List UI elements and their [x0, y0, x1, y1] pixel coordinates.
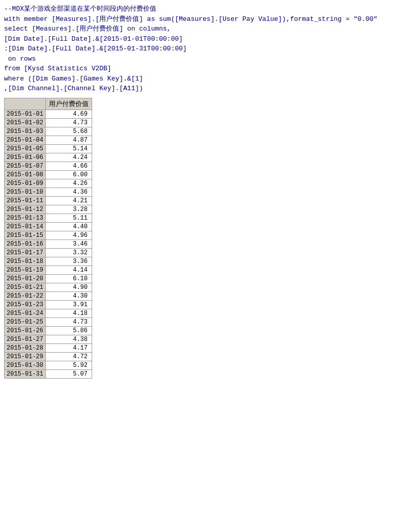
value-cell: 6.00 [46, 170, 92, 179]
col-header: 用户付费价值 [46, 98, 92, 110]
table-row: 2015-01-233.91 [5, 300, 92, 309]
value-cell: 4.38 [46, 335, 92, 343]
value-cell: 4.17 [46, 343, 92, 352]
date-cell: 2015-01-05 [5, 144, 46, 153]
table-row: 2015-01-044.87 [5, 136, 92, 144]
table-row: 2015-01-244.18 [5, 309, 92, 317]
value-cell: 4.40 [46, 222, 92, 231]
date-cell: 2015-01-22 [5, 291, 46, 300]
table-row: 2015-01-305.92 [5, 361, 92, 369]
table-row: 2015-01-074.66 [5, 162, 92, 170]
value-cell: 4.26 [46, 179, 92, 188]
table-row: 2015-01-123.28 [5, 205, 92, 214]
date-cell: 2015-01-19 [5, 265, 46, 274]
date-cell: 2015-01-24 [5, 309, 46, 317]
date-cell: 2015-01-10 [5, 188, 46, 196]
value-cell: 3.36 [46, 257, 92, 265]
table-row: 2015-01-086.00 [5, 170, 92, 179]
table-row: 2015-01-274.38 [5, 335, 92, 343]
table-row: 2015-01-183.36 [5, 257, 92, 265]
date-cell: 2015-01-14 [5, 222, 46, 231]
date-cell: 2015-01-08 [5, 170, 46, 179]
value-cell: 4.18 [46, 309, 92, 317]
value-cell: 5.92 [46, 361, 92, 369]
date-cell: 2015-01-06 [5, 153, 46, 162]
date-cell: 2015-01-12 [5, 205, 46, 214]
table-row: 2015-01-315.07 [5, 369, 92, 378]
table-row: 2015-01-254.73 [5, 317, 92, 326]
value-cell: 4.66 [46, 162, 92, 170]
date-cell: 2015-01-03 [5, 127, 46, 136]
date-cell: 2015-01-16 [5, 240, 46, 248]
code-block: --MDX某个游戏全部渠道在某个时间段内的付费价值 with member [M… [4, 4, 416, 94]
date-cell: 2015-01-20 [5, 274, 46, 283]
date-cell: 2015-01-27 [5, 335, 46, 343]
value-cell: 5.07 [46, 369, 92, 378]
row-header [5, 98, 46, 110]
table-row: 2015-01-154.96 [5, 231, 92, 240]
date-cell: 2015-01-23 [5, 300, 46, 309]
value-cell: 4.90 [46, 283, 92, 291]
value-cell: 4.24 [46, 153, 92, 162]
table-row: 2015-01-265.86 [5, 326, 92, 335]
date-cell: 2015-01-07 [5, 162, 46, 170]
table-row: 2015-01-224.30 [5, 291, 92, 300]
value-cell: 5.68 [46, 127, 92, 136]
table-container: 用户付费价值 2015-01-014.692015-01-024.732015-… [4, 98, 416, 379]
table-row: 2015-01-135.11 [5, 214, 92, 222]
value-cell: 4.36 [46, 188, 92, 196]
table-row: 2015-01-284.17 [5, 343, 92, 352]
value-cell: 5.86 [46, 326, 92, 335]
table-row: 2015-01-194.14 [5, 265, 92, 274]
date-cell: 2015-01-26 [5, 326, 46, 335]
value-cell: 3.32 [46, 248, 92, 257]
table-row: 2015-01-064.24 [5, 153, 92, 162]
value-cell: 4.69 [46, 110, 92, 118]
table-row: 2015-01-206.10 [5, 274, 92, 283]
date-cell: 2015-01-31 [5, 369, 46, 378]
table-row: 2015-01-144.40 [5, 222, 92, 231]
value-cell: 4.72 [46, 352, 92, 361]
table-row: 2015-01-173.32 [5, 248, 92, 257]
table-row: 2015-01-055.14 [5, 144, 92, 153]
results-table: 用户付费价值 2015-01-014.692015-01-024.732015-… [4, 98, 92, 379]
date-cell: 2015-01-15 [5, 231, 46, 240]
table-row: 2015-01-094.26 [5, 179, 92, 188]
value-cell: 3.91 [46, 300, 92, 309]
table-row: 2015-01-104.36 [5, 188, 92, 196]
date-cell: 2015-01-30 [5, 361, 46, 369]
value-cell: 4.96 [46, 231, 92, 240]
date-cell: 2015-01-04 [5, 136, 46, 144]
date-cell: 2015-01-21 [5, 283, 46, 291]
value-cell: 5.11 [46, 214, 92, 222]
date-cell: 2015-01-01 [5, 110, 46, 118]
value-cell: 5.14 [46, 144, 92, 153]
table-row: 2015-01-014.69 [5, 110, 92, 118]
date-cell: 2015-01-29 [5, 352, 46, 361]
value-cell: 4.21 [46, 196, 92, 205]
value-cell: 6.10 [46, 274, 92, 283]
value-cell: 3.46 [46, 240, 92, 248]
table-row: 2015-01-214.90 [5, 283, 92, 291]
value-cell: 4.73 [46, 317, 92, 326]
date-cell: 2015-01-11 [5, 196, 46, 205]
date-cell: 2015-01-13 [5, 214, 46, 222]
table-row: 2015-01-294.72 [5, 352, 92, 361]
value-cell: 4.30 [46, 291, 92, 300]
value-cell: 4.87 [46, 136, 92, 144]
date-cell: 2015-01-09 [5, 179, 46, 188]
table-row: 2015-01-024.73 [5, 118, 92, 127]
date-cell: 2015-01-02 [5, 118, 46, 127]
date-cell: 2015-01-28 [5, 343, 46, 352]
table-row: 2015-01-035.68 [5, 127, 92, 136]
table-row: 2015-01-114.21 [5, 196, 92, 205]
date-cell: 2015-01-18 [5, 257, 46, 265]
value-cell: 4.14 [46, 265, 92, 274]
date-cell: 2015-01-25 [5, 317, 46, 326]
date-cell: 2015-01-17 [5, 248, 46, 257]
table-row: 2015-01-163.46 [5, 240, 92, 248]
value-cell: 3.28 [46, 205, 92, 214]
value-cell: 4.73 [46, 118, 92, 127]
